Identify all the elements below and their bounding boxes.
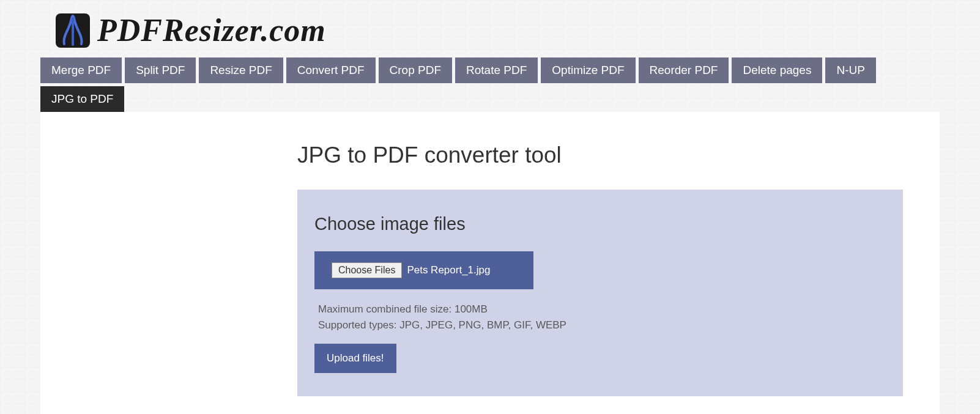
upload-panel: Choose image files Choose Files Pets Rep… [297,190,903,396]
panel-heading: Choose image files [314,214,886,234]
pdf-logo-icon [56,13,90,48]
supported-types-text: Supported types: JPG, JPEG, PNG, BMP, GI… [318,317,886,333]
nav-n-up[interactable]: N-UP [825,57,875,83]
file-picker[interactable]: Choose Files Pets Report_1.jpg [314,251,533,289]
choose-files-button[interactable]: Choose Files [332,262,402,278]
max-size-text: Maximum combined file size: 100MB [318,301,886,317]
page-title: JPG to PDF converter tool [297,142,909,168]
nav-rotate-pdf[interactable]: Rotate PDF [455,57,538,83]
logo-text: PDFResizer.com [97,12,326,48]
main-content: JPG to PDF converter tool Choose image f… [40,112,940,414]
nav-crop-pdf[interactable]: Crop PDF [379,57,452,83]
nav-convert-pdf[interactable]: Convert PDF [286,57,376,83]
header-logo[interactable]: PDFResizer.com [40,0,940,57]
nav-resize-pdf[interactable]: Resize PDF [199,57,283,83]
nav-jpg-to-pdf[interactable]: JPG to PDF [40,86,124,112]
nav-delete-pages[interactable]: Delete pages [732,57,822,83]
nav-split-pdf[interactable]: Split PDF [125,57,196,83]
nav-merge-pdf[interactable]: Merge PDF [40,57,122,83]
upload-button[interactable]: Upload files! [314,344,396,373]
main-nav: Merge PDF Split PDF Resize PDF Convert P… [40,57,940,112]
nav-optimize-pdf[interactable]: Optimize PDF [541,57,635,83]
selected-filename: Pets Report_1.jpg [407,264,490,276]
file-info: Maximum combined file size: 100MB Suppor… [314,301,886,333]
nav-reorder-pdf[interactable]: Reorder PDF [639,57,729,83]
